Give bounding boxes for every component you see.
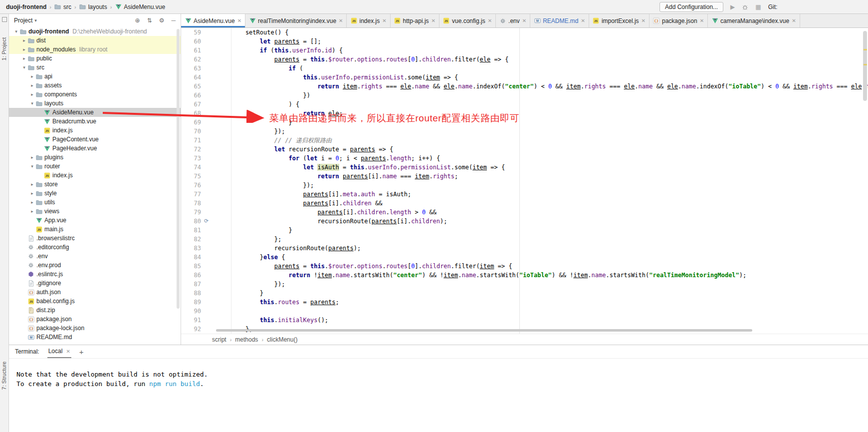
chevron-down-icon[interactable]: ▾ <box>29 164 35 169</box>
code-editor[interactable]: 59 setRoute() {60 let parents = [];61 if… <box>181 28 868 334</box>
editor-tab[interactable]: JSimportExcel.js✕ <box>589 14 650 27</box>
editor-tab[interactable]: JSvue.config.js✕ <box>439 14 496 27</box>
project-tree-row[interactable]: ▸components <box>9 90 181 99</box>
collapse-all-icon[interactable]: ⇅ <box>147 17 152 24</box>
code-breadcrumb-item[interactable]: script <box>212 336 226 343</box>
debug-icon[interactable] <box>742 4 748 10</box>
titlebar-crumb[interactable]: src <box>54 3 71 10</box>
project-tree-row[interactable]: ▸style <box>9 189 181 198</box>
project-tool-window-button[interactable]: 1: Project <box>1 34 7 63</box>
chevron-right-icon[interactable]: ▸ <box>21 56 27 61</box>
chevron-right-icon[interactable]: ▸ <box>21 38 27 43</box>
project-tree-row[interactable]: ▸store <box>9 180 181 189</box>
tool-window-switcher-icon[interactable] <box>2 17 7 22</box>
chevron-right-icon[interactable]: ▸ <box>29 155 35 160</box>
close-icon[interactable]: ✕ <box>66 349 70 354</box>
close-icon[interactable]: ✕ <box>522 18 526 23</box>
project-tree-row[interactable]: .env.prod <box>9 261 181 270</box>
project-tree-row[interactable]: App.vue <box>9 216 181 225</box>
chevron-right-icon[interactable]: ▸ <box>29 209 35 214</box>
hide-panel-icon[interactable]: ─ <box>171 17 176 24</box>
project-tree-row[interactable]: {}auth.json <box>9 288 181 297</box>
editor-tab[interactable]: JSindex.js✕ <box>347 14 390 27</box>
project-scrollbar[interactable] <box>177 29 180 309</box>
project-tree-row[interactable]: JSindex.js <box>9 171 181 180</box>
close-icon[interactable]: ✕ <box>581 18 585 23</box>
editor-tab[interactable]: realTimeMonitoring\index.vue✕ <box>245 14 347 27</box>
locate-file-icon[interactable]: ⊕ <box>135 17 140 24</box>
terminal-tab-local[interactable]: Local ✕ <box>47 345 71 358</box>
project-tree-row[interactable]: Breadcrumb.vue <box>9 117 181 126</box>
close-icon[interactable]: ✕ <box>339 18 343 23</box>
chevron-right-icon[interactable]: ▸ <box>29 74 35 79</box>
project-tree-row[interactable]: ▸api <box>9 72 181 81</box>
chevron-right-icon[interactable]: ▸ <box>29 200 35 205</box>
close-icon[interactable]: ✕ <box>700 18 704 23</box>
project-tree-row[interactable]: ▸views <box>9 207 181 216</box>
titlebar-crumb[interactable]: layouts <box>79 3 107 10</box>
close-icon[interactable]: ✕ <box>237 18 241 23</box>
close-icon[interactable]: ✕ <box>432 18 435 23</box>
project-tree-row[interactable]: ▸plugins <box>9 153 181 162</box>
editor-tab[interactable]: JShttp-api.js✕ <box>391 14 439 27</box>
project-tree-row[interactable]: ▸utils <box>9 198 181 207</box>
titlebar-crumb[interactable]: duoji-frontend <box>6 3 46 10</box>
code-breadcrumb-item[interactable]: methods <box>235 336 258 343</box>
project-tree-row[interactable]: {}package.json <box>9 315 181 324</box>
close-icon[interactable]: ✕ <box>642 18 646 23</box>
project-tree-row[interactable]: ▸public <box>9 54 181 63</box>
project-tree-row[interactable]: ▸dist <box>9 36 181 45</box>
editor-tab[interactable]: cameraManage\index.vue✕ <box>708 14 800 27</box>
close-icon[interactable]: ✕ <box>382 18 386 23</box>
close-icon[interactable]: ✕ <box>488 18 492 23</box>
editor-tab[interactable]: MREADME.md✕ <box>530 14 589 27</box>
new-terminal-session-button[interactable]: + <box>79 348 84 356</box>
project-tree-row[interactable]: ▾layouts <box>9 99 181 108</box>
titlebar-crumb[interactable]: AsideMenu.vue <box>115 3 165 10</box>
vertical-scrollbar[interactable] <box>863 31 867 101</box>
project-tree-row[interactable]: .eslintrc.js <box>9 270 181 279</box>
project-tree-row[interactable]: PageContent.vue <box>9 135 181 144</box>
project-tree-row[interactable]: ▾duoji-frontendD:\zheheWeb\duoji-fronten… <box>9 27 181 36</box>
structure-tool-window-button[interactable]: 7: Structure <box>1 358 7 393</box>
editor-tab[interactable]: {}package.json✕ <box>650 14 708 27</box>
code-breadcrumb-item[interactable]: clickMenu() <box>267 336 297 343</box>
chevron-down-icon[interactable]: ▾ <box>29 101 35 106</box>
project-tree-row[interactable]: ▸assets <box>9 81 181 90</box>
chevron-down-icon[interactable]: ▾ <box>13 29 19 34</box>
project-tree-row[interactable]: .gitignore <box>9 279 181 288</box>
project-tree-row[interactable]: {}package-lock.json <box>9 324 181 333</box>
project-tree-row[interactable]: JSmain.js <box>9 225 181 234</box>
editor-tab[interactable]: .env✕ <box>496 14 530 27</box>
chevron-down-icon[interactable]: ▾ <box>21 65 27 70</box>
project-tree-row[interactable]: dist.zip <box>9 306 181 315</box>
warning-stripe-mark[interactable] <box>864 49 867 50</box>
add-configuration-button[interactable]: Add Configuration... <box>659 2 723 12</box>
project-tree-row[interactable]: ▾src <box>9 63 181 72</box>
chevron-right-icon[interactable]: ▸ <box>29 191 35 196</box>
run-icon[interactable]: ▶ <box>730 3 735 10</box>
project-tree-row[interactable]: .browserslistrc <box>9 234 181 243</box>
settings-gear-icon[interactable]: ⚙ <box>159 17 165 24</box>
chevron-right-icon[interactable]: ▸ <box>29 83 35 88</box>
editor-tab[interactable]: AsideMenu.vue✕ <box>181 14 245 27</box>
project-tree-row[interactable]: MREADME.md <box>9 333 181 342</box>
project-tree-row[interactable]: ▸node_moduleslibrary root <box>9 45 181 54</box>
tool-windows-icon[interactable]: ▦ <box>755 3 761 10</box>
horizontal-scrollbar[interactable] <box>216 329 752 332</box>
project-view-selector[interactable]: Project ▾ <box>14 17 37 24</box>
project-tree-row[interactable]: .editorconfig <box>9 243 181 252</box>
git-label[interactable]: Git: <box>768 3 778 10</box>
warning-stripe-mark[interactable] <box>864 64 867 65</box>
chevron-right-icon[interactable]: ▸ <box>29 92 35 97</box>
project-tree-row[interactable]: PageHeader.vue <box>9 144 181 153</box>
chevron-right-icon[interactable]: ▸ <box>21 47 27 52</box>
project-tree-row[interactable]: .env <box>9 252 181 261</box>
project-tree-row[interactable]: ▾router <box>9 162 181 171</box>
project-tree-row[interactable]: JSbabel.config.js <box>9 297 181 306</box>
chevron-right-icon[interactable]: ▸ <box>29 182 35 187</box>
project-tree-row[interactable]: JSindex.js <box>9 126 181 135</box>
close-icon[interactable]: ✕ <box>792 18 796 23</box>
project-tree-row[interactable]: AsideMenu.vue <box>9 108 181 117</box>
recursive-call-icon[interactable]: ⟳ <box>201 217 231 226</box>
